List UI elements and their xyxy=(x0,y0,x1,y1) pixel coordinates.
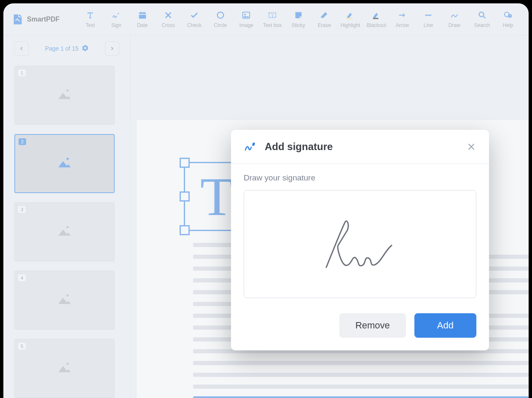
blackout-icon xyxy=(372,11,381,20)
thumbnail[interactable]: 5 xyxy=(14,339,115,398)
image-placeholder-icon xyxy=(53,153,76,174)
image-placeholder-icon xyxy=(53,358,76,379)
image-icon xyxy=(242,11,251,20)
textbox-icon: T xyxy=(268,11,277,20)
thumbnail[interactable]: 1 xyxy=(14,66,115,125)
erase-icon xyxy=(320,11,329,20)
tool-check[interactable]: Check xyxy=(182,7,207,32)
svg-point-13 xyxy=(67,89,69,92)
text-icon xyxy=(86,11,95,20)
sign-icon xyxy=(112,11,121,20)
tool-line[interactable]: Line xyxy=(416,7,441,32)
tool-textbox[interactable]: T Text box xyxy=(260,7,285,32)
brand-name: SmartPDF xyxy=(27,16,59,23)
line-icon xyxy=(424,11,433,20)
check-icon xyxy=(190,11,199,20)
thumbnails: 1 2 3 4 5 xyxy=(3,62,130,398)
svg-point-16 xyxy=(67,294,69,297)
image-placeholder-icon xyxy=(53,222,76,242)
cross-icon xyxy=(164,11,173,20)
svg-text:T: T xyxy=(271,13,274,17)
toolbar: SmartPDF Text Sign Date Cross Check Circ… xyxy=(3,3,529,35)
add-signature-modal: Add signature Draw your signature Remove… xyxy=(231,130,489,350)
svg-point-15 xyxy=(67,226,69,229)
brand-icon xyxy=(12,13,24,25)
svg-point-17 xyxy=(67,363,69,365)
tool-search[interactable]: Search xyxy=(470,7,494,32)
tool-text[interactable]: Text xyxy=(78,7,102,32)
sticky-icon xyxy=(294,11,303,20)
brand: SmartPDF xyxy=(12,13,59,25)
tool-circle[interactable]: Circle xyxy=(208,7,233,32)
svg-point-2 xyxy=(217,12,223,18)
svg-point-9 xyxy=(479,12,484,16)
signature-canvas[interactable] xyxy=(244,190,476,298)
highlight-icon xyxy=(346,11,355,20)
tool-draw[interactable]: Draw xyxy=(442,7,467,32)
remove-button[interactable]: Remove xyxy=(339,313,406,338)
thumbnail[interactable]: 3 xyxy=(14,202,115,261)
sidebar: Page 1 of 15 1 2 3 xyxy=(3,35,131,398)
thumbnail[interactable]: 2 xyxy=(14,134,115,193)
tool-arrow[interactable]: Arrow xyxy=(390,7,415,32)
tool-blackout[interactable]: Blackout xyxy=(364,7,389,32)
close-button[interactable] xyxy=(466,142,476,152)
resize-handle[interactable] xyxy=(180,225,190,235)
svg-text:?: ? xyxy=(509,14,511,17)
tool-sign[interactable]: Sign xyxy=(104,7,129,32)
tool-image[interactable]: Image xyxy=(234,7,258,32)
tool-highlight[interactable]: Highlight xyxy=(338,7,363,32)
pager: Page 1 of 15 xyxy=(3,35,130,62)
next-page-button[interactable] xyxy=(105,41,119,56)
tool-date[interactable]: Date xyxy=(130,7,155,32)
calendar-icon xyxy=(138,11,147,20)
circle-icon xyxy=(216,11,225,20)
gear-icon xyxy=(82,45,89,53)
signature-icon xyxy=(244,140,257,153)
resize-handle[interactable] xyxy=(180,158,190,168)
tool-erase[interactable]: Erase xyxy=(312,7,337,32)
svg-point-14 xyxy=(67,158,69,160)
help-icon: ? xyxy=(503,11,513,20)
prev-page-button[interactable] xyxy=(14,41,29,56)
modal-subtitle: Draw your signature xyxy=(244,173,476,183)
image-placeholder-icon xyxy=(53,290,76,310)
tool-sticky[interactable]: Sticky xyxy=(286,7,311,32)
resize-handle[interactable] xyxy=(180,191,190,202)
arrow-icon xyxy=(398,11,407,20)
svg-rect-8 xyxy=(373,18,379,19)
svg-rect-7 xyxy=(347,18,352,19)
thumbnail[interactable]: 4 xyxy=(14,271,115,330)
draw-icon xyxy=(450,11,459,20)
selected-line[interactable] xyxy=(193,396,529,398)
page-indicator[interactable]: Page 1 of 15 xyxy=(45,45,89,53)
search-icon xyxy=(478,11,487,20)
image-placeholder-icon xyxy=(53,85,76,105)
add-button[interactable]: Add xyxy=(414,313,476,338)
tool-cross[interactable]: Cross xyxy=(156,7,180,32)
tool-help[interactable]: ? Help xyxy=(496,7,520,32)
modal-title: Add signature xyxy=(265,141,333,153)
svg-point-4 xyxy=(245,13,246,15)
